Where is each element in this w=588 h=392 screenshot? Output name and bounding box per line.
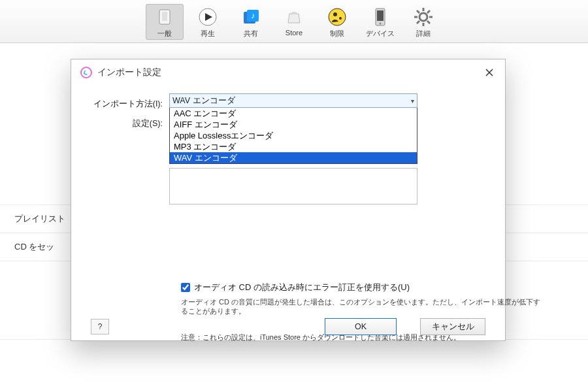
- tab-label: 詳細: [416, 29, 431, 39]
- ok-button[interactable]: OK: [325, 318, 397, 335]
- error-correction-checkbox[interactable]: オーディオ CD の読み込み時にエラー訂正を使用する(U): [181, 282, 547, 293]
- general-icon: [154, 7, 175, 27]
- encoder-option[interactable]: Apple Losslessエンコーダ: [170, 130, 417, 141]
- svg-rect-1: [162, 12, 167, 21]
- preferences-toolbar: 一般 再生 ♪ 共有 Store 制限 デバイス 詳細: [0, 0, 588, 43]
- svg-line-18: [417, 10, 419, 13]
- bg-row-label: CD をセッ: [14, 242, 54, 252]
- help-label: ?: [98, 322, 103, 331]
- tab-devices[interactable]: デバイス: [361, 4, 399, 40]
- encoder-option-selected[interactable]: WAV エンコーダ: [170, 152, 417, 163]
- error-correction-row: オーディオ CD の読み込み時にエラー訂正を使用する(U) オーディオ CD の…: [181, 282, 547, 316]
- tab-label: デバイス: [366, 29, 395, 39]
- tab-store[interactable]: Store: [275, 4, 313, 40]
- encoder-option[interactable]: AAC エンコーダ: [170, 108, 417, 119]
- settings-label: 設定(S):: [91, 116, 163, 135]
- tab-label: 再生: [201, 29, 215, 39]
- svg-rect-11: [377, 10, 384, 21]
- import-method-dropdown: AAC エンコーダ AIFF エンコーダ Apple Losslessエンコーダ…: [169, 108, 417, 164]
- tab-label: 制限: [330, 29, 344, 39]
- sharing-icon: ♪: [240, 7, 261, 27]
- svg-point-7: [329, 8, 346, 25]
- svg-line-21: [417, 21, 419, 24]
- close-icon: [485, 69, 493, 76]
- dialog-body: インポート方法(I): 設定(S): WAV エンコーダ ▾ AAC エンコーダ…: [71, 84, 505, 210]
- import-method-combo[interactable]: WAV エンコーダ ▾: [169, 93, 417, 108]
- tab-label: Store: [286, 29, 302, 37]
- svg-point-8: [333, 12, 337, 16]
- chevron-down-icon: ▾: [411, 97, 414, 105]
- tab-advanced[interactable]: 詳細: [404, 4, 442, 40]
- checkbox-label: オーディオ CD の読み込み時にエラー訂正を使用する(U): [194, 282, 410, 293]
- tab-general[interactable]: 一般: [146, 4, 184, 40]
- tab-sharing[interactable]: ♪ 共有: [232, 4, 270, 40]
- checkbox-description: オーディオ CD の音質に問題が発生した場合は、このオプションを使います。ただし…: [181, 297, 547, 316]
- import-method-label: インポート方法(I):: [91, 96, 163, 116]
- dialog-button-row: ? OK キャンセル: [71, 318, 505, 335]
- svg-point-9: [339, 17, 342, 20]
- play-icon: [197, 7, 218, 27]
- store-icon: [284, 7, 304, 27]
- dialog-title: インポート設定: [97, 67, 161, 78]
- gear-icon: [413, 7, 434, 27]
- tab-restrictions[interactable]: 制限: [318, 4, 356, 40]
- settings-detail-box: [169, 168, 417, 204]
- combo-value: WAV エンコーダ: [172, 95, 235, 106]
- device-icon: [370, 7, 391, 27]
- import-settings-dialog: インポート設定 インポート方法(I): 設定(S): WAV エンコーダ ▾ A…: [71, 59, 506, 341]
- encoder-option[interactable]: MP3 エンコーダ: [170, 141, 417, 152]
- encoder-option[interactable]: AIFF エンコーダ: [170, 119, 417, 130]
- cancel-label: キャンセル: [432, 321, 474, 333]
- restrictions-icon: [327, 7, 348, 27]
- tab-playback[interactable]: 再生: [189, 4, 227, 40]
- itunes-icon: [80, 67, 92, 78]
- svg-point-13: [419, 13, 427, 21]
- cancel-button[interactable]: キャンセル: [420, 318, 485, 335]
- svg-line-20: [427, 10, 430, 13]
- svg-text:♪: ♪: [251, 11, 255, 20]
- ok-label: OK: [355, 322, 367, 331]
- dialog-titlebar: インポート設定: [71, 59, 505, 84]
- svg-line-19: [427, 21, 430, 24]
- tab-label: 一般: [157, 29, 172, 39]
- close-button[interactable]: [483, 66, 496, 79]
- svg-point-12: [380, 23, 382, 25]
- tab-label: 共有: [244, 29, 258, 39]
- bg-row-label: プレイリスト: [14, 214, 65, 223]
- help-button[interactable]: ?: [91, 319, 109, 335]
